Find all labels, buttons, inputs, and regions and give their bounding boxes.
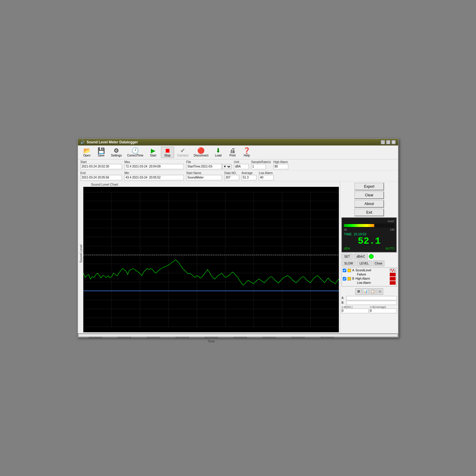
scrollbar-track[interactable] <box>78 334 398 337</box>
help-label: Help <box>244 154 250 157</box>
close-small-button[interactable]: Close <box>373 261 385 266</box>
chart-icon-btn-3[interactable]: 📋 <box>369 288 376 295</box>
ab-row-a: A <box>342 296 397 300</box>
low-alarm-label: Low Alarm <box>259 171 274 175</box>
max-field-group: Max <box>124 160 184 169</box>
open-icon: 📂 <box>83 148 91 154</box>
meter-time-value: 15:19:53 <box>353 232 366 236</box>
export-buttons: Export Clear About Exit <box>342 183 397 216</box>
level-button[interactable]: LEVEL <box>357 261 371 266</box>
set-button[interactable]: SET <box>342 254 353 259</box>
high-alarm-field-group: High Alarm <box>273 160 288 169</box>
ab-avg-input[interactable] <box>370 309 397 313</box>
bottom-scrollbar[interactable] <box>78 333 398 337</box>
start-label: Start <box>150 154 156 157</box>
svg-rect-45 <box>390 281 395 284</box>
legend-panel: A SoundLevel Failure <box>342 267 397 286</box>
legend-text-soundlevel: SoundLevel <box>356 269 371 272</box>
connect-label: Connect <box>177 154 188 157</box>
settings-button[interactable]: ⚙ Settings <box>109 147 124 158</box>
high-alarm-input[interactable] <box>273 164 288 169</box>
min-input[interactable] <box>124 175 184 180</box>
start-name-label: Start Name <box>186 171 222 175</box>
low-alarm-input[interactable] <box>259 175 274 180</box>
unit-input[interactable] <box>234 164 249 169</box>
disconnect-button[interactable]: 🔴 Disconnect <box>192 147 210 158</box>
end-input[interactable] <box>80 175 122 180</box>
meter-controls: SET dBA/C <box>342 254 397 259</box>
file-field-group: File ▼ <box>186 160 231 169</box>
window-controls: _ □ ✕ <box>381 140 396 144</box>
connect-button[interactable]: ✔ Connect <box>175 147 190 158</box>
ab-avg-label: A-B(Average) <box>370 306 397 309</box>
zigzag-icon <box>390 269 395 272</box>
legend-checkbox-b[interactable] <box>343 277 346 281</box>
clear-button[interactable]: Clear <box>354 191 384 199</box>
minimize-button[interactable]: _ <box>381 140 385 144</box>
start-label: Start <box>80 160 122 164</box>
ab-input-a[interactable] <box>346 296 397 300</box>
unit-field-group: Unit <box>234 160 249 169</box>
close-button[interactable]: ✕ <box>392 140 396 144</box>
red-icon <box>390 273 395 276</box>
help-button[interactable]: ❓ Help <box>240 147 253 158</box>
chart-svg: 148.8 140 130 120 110 100 90 80 70 60 50… <box>83 187 339 332</box>
legend-checkbox-a[interactable] <box>343 269 346 272</box>
settings-label: Settings <box>111 154 122 157</box>
meter-fast-label: FAST <box>344 220 394 223</box>
settings-icon: ⚙ <box>114 148 119 154</box>
meter-unit-label: dBA <box>344 247 350 250</box>
print-button[interactable]: 🖨 Print <box>226 147 239 158</box>
data-no-input[interactable] <box>224 175 239 180</box>
save-button[interactable]: 💾 Save <box>95 147 108 158</box>
correct-time-button[interactable]: 🕐 CorrectTime <box>125 147 145 158</box>
ab-input-b[interactable] <box>346 301 397 305</box>
start-name-field-group: Start Name <box>186 171 222 180</box>
file-input[interactable] <box>186 164 222 169</box>
title-bar: 🔊 Sound Level Meter Datalogger _ □ ✕ <box>78 139 398 145</box>
svg-rect-44 <box>390 277 395 280</box>
print-icon: 🖨 <box>230 148 236 154</box>
chart-icon-btn-4[interactable]: ◇ <box>377 288 383 295</box>
file-select[interactable]: ▼ <box>222 164 231 169</box>
sample-rate-input[interactable] <box>251 164 266 169</box>
ab-no-group: A-B(NO.) <box>342 306 369 313</box>
slow-button[interactable]: SLOW <box>342 261 356 266</box>
start-button[interactable]: ▶ Start <box>147 147 160 158</box>
main-area: Sound Level Chart Sound Level <box>78 181 398 333</box>
dba-c-button[interactable]: dBA/C <box>354 254 368 259</box>
max-input[interactable] <box>124 164 184 169</box>
window-title: Sound Level Meter Datalogger <box>87 140 138 144</box>
average-label: Average <box>242 171 256 175</box>
ab-row-b: B <box>342 301 397 305</box>
right-panel: Export Clear About Exit FAST 30 130 <box>340 181 398 333</box>
chart-wrapper: Sound Level <box>79 187 339 332</box>
sample-rate-label: SampleRate(s) <box>251 160 271 164</box>
red-icon-2 <box>390 277 395 280</box>
chart-icon-btn-1[interactable]: ⊞ <box>355 288 362 295</box>
export-button[interactable]: Export <box>354 183 384 190</box>
correct-time-label: CorrectTime <box>127 154 143 157</box>
legend-item-b-highalarm: B High Alarm <box>343 277 396 281</box>
y-axis-label: Sound Level <box>79 245 83 263</box>
fields-row-2: End Min Start Name Data NO. Average Low … <box>78 170 398 181</box>
start-input[interactable] <box>80 164 122 169</box>
exit-button[interactable]: Exit <box>354 209 384 216</box>
about-button[interactable]: About <box>354 200 384 208</box>
svg-rect-0 <box>83 192 339 327</box>
load-button[interactable]: ⬇ Load <box>212 147 225 158</box>
start-name-input[interactable] <box>186 175 222 180</box>
chart-icon-btn-2[interactable]: 📊 <box>362 288 369 295</box>
main-window: 🔊 Sound Level Meter Datalogger _ □ ✕ 📂 O… <box>77 138 399 338</box>
start-field-group: Start <box>80 160 122 169</box>
open-button[interactable]: 📂 Open <box>80 147 93 158</box>
legend-text-highalarm: High Alarm <box>356 277 370 280</box>
desktop: 🔊 Sound Level Meter Datalogger _ □ ✕ 📂 O… <box>0 0 476 476</box>
stop-button[interactable]: ⏹ Stop <box>161 147 174 158</box>
open-label: Open <box>83 154 90 157</box>
max-label: Max <box>124 160 184 164</box>
restore-button[interactable]: □ <box>386 140 390 144</box>
ab-no-input[interactable] <box>342 309 369 313</box>
average-input[interactable] <box>242 175 256 180</box>
chart-toolbar-icons: ⊞ 📊 📋 ◇ <box>342 288 397 295</box>
